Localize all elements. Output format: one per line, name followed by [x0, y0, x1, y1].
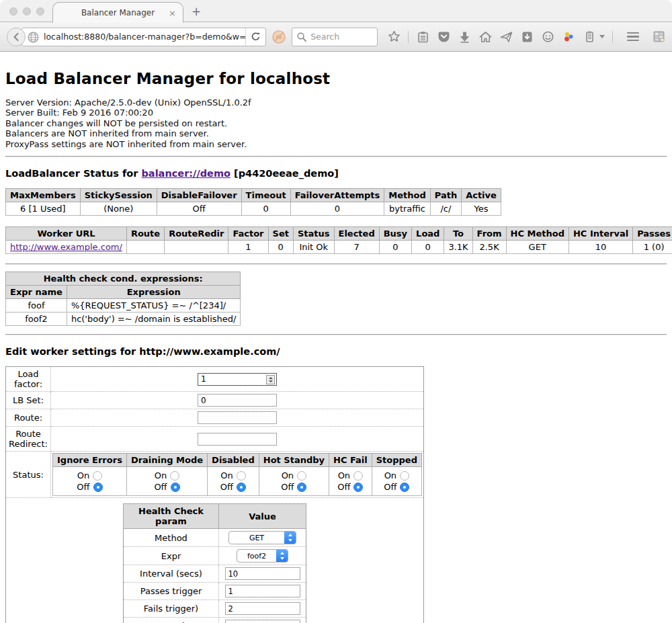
on-label: On	[220, 470, 233, 481]
col-worker-url: Worker URL	[6, 227, 127, 241]
route-input[interactable]	[198, 411, 277, 424]
cell-to: 3.1K	[444, 241, 472, 254]
hc-uri-input[interactable]	[225, 620, 300, 623]
cell-failoverattempts: 0	[290, 202, 384, 216]
disabled-off-radio[interactable]	[237, 483, 246, 492]
home-icon[interactable]	[478, 30, 492, 44]
hot-standby-on-radio[interactable]	[297, 471, 306, 481]
search-icon	[297, 32, 306, 42]
colorful-addon-icon[interactable]	[562, 30, 575, 44]
col-failoverattempts: FailoverAttempts	[290, 189, 384, 202]
interval-input[interactable]	[225, 567, 300, 580]
back-button[interactable]	[7, 28, 26, 46]
col-hot-standby: Hot Standby	[259, 454, 329, 467]
on-label: On	[384, 470, 396, 481]
col-hc-interval: HC Interval	[569, 227, 632, 241]
url-bar[interactable]: localhost:8880/balancer-manager?b=demo&w…	[22, 28, 266, 46]
stopped-off-radio[interactable]	[400, 483, 409, 492]
feedback-smiley-icon[interactable]	[541, 30, 554, 44]
device-battery-icon[interactable]	[583, 30, 596, 44]
cell-factor: 1	[228, 241, 268, 254]
off-label: Off	[337, 482, 350, 492]
on-label: On	[338, 470, 350, 481]
balancer-status-heading: LoadBalancer Status for balancer://demo …	[5, 168, 667, 179]
new-tab-button[interactable]: +	[192, 5, 201, 18]
bookmark-star-icon[interactable]	[387, 30, 401, 44]
balancer-demo-link[interactable]: balancer://demo	[141, 168, 230, 179]
load-factor-input[interactable]	[198, 373, 277, 386]
table-header-row: MaxMembers StickySession DisableFailover…	[6, 189, 501, 202]
cell-hc-interval: 10	[569, 241, 632, 254]
col-route: Route	[126, 227, 164, 241]
device-dropdown-caret-icon[interactable]	[599, 35, 605, 38]
minimize-window-button[interactable]	[23, 7, 31, 15]
cell-timeout: 0	[241, 202, 290, 216]
fails-input[interactable]	[225, 602, 300, 615]
divider	[5, 263, 667, 265]
zoom-window-button[interactable]	[36, 7, 44, 15]
inherit-notice-line: Balancers are NOT inherited from main se…	[5, 128, 667, 138]
server-info: Server Version: Apache/2.5.0-dev (Unix) …	[5, 97, 667, 149]
expr-select[interactable]: foof2	[237, 549, 288, 563]
col-routeredir: RouteRedir	[165, 227, 228, 241]
draining-mode-on-radio[interactable]	[170, 471, 179, 481]
stopped-on-radio[interactable]	[400, 471, 409, 481]
off-label: Off	[384, 482, 396, 492]
pocket-icon[interactable]	[437, 30, 450, 44]
route-row: Route:	[6, 409, 424, 427]
method-select[interactable]: GET	[228, 531, 296, 544]
downloads-icon[interactable]	[458, 30, 471, 44]
panel-arrow-icon[interactable]	[520, 30, 534, 44]
health-check-params-table: Health Check param Value Method GET Expr	[123, 503, 306, 623]
adblock-disabled-icon[interactable]	[271, 30, 286, 44]
col-passes: Passes	[633, 227, 672, 241]
search-bar[interactable]: Search	[292, 28, 378, 46]
tile-grid-addon-icon[interactable]	[652, 30, 665, 44]
ignore-errors-on-radio[interactable]	[93, 471, 102, 481]
worker-row: http://www.example.com/ 1 0 Init Ok 7 0 …	[6, 241, 672, 254]
persist-notice-line: Balancer changes will NOT be persisted o…	[5, 118, 667, 128]
col-disablefailover: DisableFailover	[157, 189, 241, 202]
worker-url-link[interactable]: http://www.example.com/	[10, 242, 122, 252]
hc-fail-off-radio[interactable]	[353, 483, 363, 492]
url-input[interactable]: localhost:8880/balancer-manager?b=demo&w…	[44, 32, 245, 42]
disabled-on-radio[interactable]	[237, 471, 246, 481]
navigation-toolbar: localhost:8880/balancer-manager?b=demo&w…	[0, 22, 672, 52]
col-load: Load	[412, 227, 444, 241]
col-disabled: Disabled	[208, 454, 259, 467]
tab-balancer-manager[interactable]: Balancer Manager ×	[52, 2, 183, 23]
col-timeout: Timeout	[241, 189, 290, 202]
tab-bar: Balancer Manager × +	[0, 0, 672, 22]
search-input[interactable]: Search	[310, 32, 339, 42]
lb-set-label: LB Set:	[6, 392, 51, 409]
menu-icon[interactable]	[627, 32, 639, 42]
expr-table-title: Health check cond. expressions:	[6, 272, 241, 286]
expr-row: foof2 hc('body') =~ /domain is establish…	[6, 313, 241, 326]
cell-stickysession: (None)	[80, 202, 157, 216]
tab-close-icon[interactable]: ×	[169, 9, 176, 17]
reading-list-icon[interactable]	[416, 30, 429, 44]
ignore-errors-off-radio[interactable]	[93, 483, 103, 492]
close-window-button[interactable]	[9, 7, 17, 15]
expr-label: Expr	[124, 547, 219, 565]
site-identity-globe-icon[interactable]	[28, 32, 39, 43]
send-page-icon[interactable]	[499, 30, 513, 44]
route-redirect-label: Route Redirect:	[6, 427, 51, 452]
hc-fail-on-radio[interactable]	[353, 471, 363, 481]
window-controls[interactable]	[9, 7, 44, 15]
route-redirect-input[interactable]	[198, 433, 277, 446]
col-hc-method: HC Method	[506, 227, 569, 241]
draining-mode-off-radio[interactable]	[171, 483, 180, 492]
reload-button[interactable]	[245, 28, 265, 46]
off-label: Off	[154, 482, 167, 492]
number-spinner-icon[interactable]	[266, 375, 275, 384]
hot-standby-off-radio[interactable]	[297, 483, 306, 492]
passes-row: Passes trigger	[124, 583, 306, 600]
tab-title: Balancer Manager	[81, 8, 155, 17]
lb-set-input[interactable]	[198, 394, 277, 407]
col-status: Status	[293, 227, 334, 241]
cell-elected: 7	[334, 241, 379, 254]
cell-hc-method: GET	[506, 241, 569, 254]
passes-input[interactable]	[225, 585, 300, 597]
divider	[5, 156, 667, 157]
